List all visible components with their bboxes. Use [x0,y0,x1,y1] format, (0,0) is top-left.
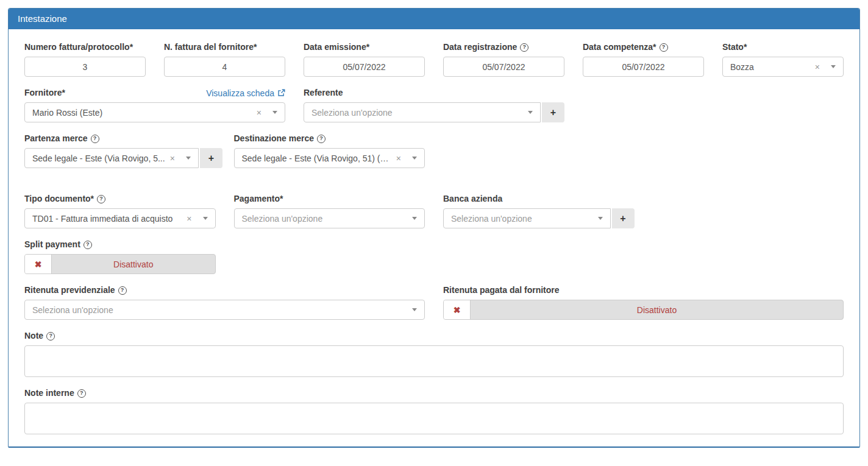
partenza-merce-label: Partenza merce [24,133,88,144]
ritenuta-previdenziale-label: Ritenuta previdenziale [24,285,115,295]
help-icon[interactable]: ? [84,241,92,249]
field-data-registrazione: Data registrazione? [434,42,574,77]
ritenuta-previdenziale-select[interactable]: Seleziona un'opzione [24,300,425,320]
tipo-documento-label: Tipo documento* [24,194,94,204]
fornitore-select[interactable]: Mario Rossi (Este) × [24,102,285,122]
clear-icon[interactable]: × [187,214,191,223]
pagamento-select[interactable]: Seleziona un'opzione [234,208,425,228]
add-referente-button[interactable]: + [542,102,564,122]
help-icon[interactable]: ? [520,43,528,52]
help-icon[interactable]: ? [97,195,105,203]
field-split-payment: Split payment? ✖ Disattivato [15,239,225,274]
numero-fattura-label: Numero fattura/protocollo* [24,42,133,52]
chevron-down-icon [412,157,417,160]
help-icon[interactable]: ? [91,135,99,143]
row-merce: Partenza merce? Sede legale - Este (Via … [15,133,853,168]
destinazione-merce-select[interactable]: Sede legale - Este (Via Rovigo, 51) (Ad.… [234,148,425,168]
destinazione-merce-label: Destinazione merce [234,133,315,144]
stato-label: Stato* [722,42,747,52]
visualizza-scheda-link[interactable]: Visualizza scheda [206,88,285,98]
referente-select[interactable]: Seleziona un'opzione [304,102,541,122]
pagamento-label: Pagamento* [234,194,283,204]
chevron-down-icon [598,217,603,220]
destinazione-merce-selected-value: Sede legale - Este (Via Rovigo, 51) (Ad.… [242,154,391,163]
note-textarea[interactable] [24,345,844,377]
fornitore-label: Fornitore* [24,88,65,98]
numero-fattura-input[interactable] [24,57,146,77]
ritenuta-pagata-label: Ritenuta pagata dal fornitore [443,285,560,295]
data-emissione-label: Data emissione* [304,42,369,52]
ritenuta-previdenziale-placeholder: Seleziona un'opzione [32,305,410,315]
help-icon[interactable]: ? [660,43,668,52]
add-partenza-merce-button[interactable]: + [200,148,222,168]
field-banca-azienda: Banca azienda Seleziona un'opzione + [434,194,644,228]
row-note-interne: Note interne? [15,388,853,434]
external-link-icon [277,89,285,97]
banca-azienda-placeholder: Seleziona un'opzione [451,214,596,224]
field-tipo-documento: Tipo documento*? TD01 - Fattura immediat… [15,194,225,228]
help-icon[interactable]: ? [317,135,326,143]
data-registrazione-label: Data registrazione [443,42,517,52]
note-interne-textarea[interactable] [24,403,844,434]
row-note: Note? [15,331,853,377]
chevron-down-icon [412,308,417,311]
banca-azienda-label: Banca azienda [443,194,502,204]
referente-placeholder: Seleziona un'opzione [311,108,525,118]
fornitore-selected-value: Mario Rossi (Este) [32,108,252,118]
split-payment-label: Split payment [24,239,80,250]
row-header-fields: Numero fattura/protocollo* N. fattura de… [15,42,853,77]
panel-body: Numero fattura/protocollo* N. fattura de… [9,29,859,447]
field-ritenuta-previdenziale: Ritenuta previdenziale? Seleziona un'opz… [15,285,434,320]
chevron-down-icon [528,111,533,114]
field-data-competenza: Data competenza*? [574,42,713,77]
field-partenza-merce: Partenza merce? Sede legale - Este (Via … [15,133,225,168]
field-referente: Referente Seleziona un'opzione + [294,88,574,122]
panel-title: Intestazione [9,9,859,29]
row-ritenute: Ritenuta previdenziale? Seleziona un'opz… [15,285,853,320]
chevron-down-icon [272,111,277,114]
field-fornitore: Fornitore* Visualizza scheda Mario Rossi… [15,88,294,122]
chevron-down-icon [203,217,208,220]
note-interne-label: Note interne [24,388,74,398]
row-fornitore: Fornitore* Visualizza scheda Mario Rossi… [15,88,853,122]
banca-azienda-select[interactable]: Seleziona un'opzione [443,208,611,228]
stato-selected-value: Bozza [730,62,810,72]
chevron-down-icon [412,217,417,220]
partenza-merce-select[interactable]: Sede legale - Este (Via Rovigo, 5... × [24,148,199,168]
referente-label: Referente [304,88,343,98]
ritenuta-pagata-toggle[interactable]: ✖ Disattivato [443,300,844,320]
split-payment-toggle[interactable]: ✖ Disattivato [24,254,216,274]
row-split-payment: Split payment? ✖ Disattivato [15,239,853,274]
data-competenza-label: Data competenza* [583,42,656,52]
split-payment-state: Disattivato [52,255,215,274]
data-registrazione-input[interactable] [443,57,564,77]
field-stato: Stato* Bozza × [713,42,853,77]
field-pagamento: Pagamento* Seleziona un'opzione [225,194,435,228]
toggle-off-icon: ✖ [444,300,471,319]
chevron-down-icon [186,157,191,160]
n-fattura-fornitore-input[interactable] [164,57,285,77]
field-note-interne: Note interne? [15,388,853,434]
clear-icon[interactable]: × [170,154,175,163]
toggle-off-icon: ✖ [25,255,52,274]
help-icon[interactable]: ? [77,389,86,398]
pagamento-placeholder: Seleziona un'opzione [242,214,410,224]
help-icon[interactable]: ? [118,286,127,295]
tipo-documento-select[interactable]: TD01 - Fattura immediata di acquisto × [24,208,216,228]
data-competenza-input[interactable] [583,57,704,77]
clear-icon[interactable]: × [396,154,401,163]
add-banca-azienda-button[interactable]: + [612,208,635,228]
data-emissione-input[interactable] [304,57,425,77]
n-fattura-fornitore-label: N. fattura del fornitore* [164,42,257,52]
field-ritenuta-pagata: Ritenuta pagata dal fornitore ✖ Disattiv… [434,285,853,320]
field-note: Note? [15,331,853,377]
tipo-documento-selected-value: TD01 - Fattura immediata di acquisto [32,214,182,224]
clear-icon[interactable]: × [257,108,261,117]
help-icon[interactable]: ? [46,332,55,341]
clear-icon[interactable]: × [815,63,820,71]
intestazione-panel: Intestazione Numero fattura/protocollo* … [8,8,860,448]
field-n-fattura-fornitore: N. fattura del fornitore* [155,42,294,77]
stato-select[interactable]: Bozza × [722,57,844,77]
row-documento: Tipo documento*? TD01 - Fattura immediat… [15,194,853,228]
ritenuta-pagata-state: Disattivato [471,300,843,319]
